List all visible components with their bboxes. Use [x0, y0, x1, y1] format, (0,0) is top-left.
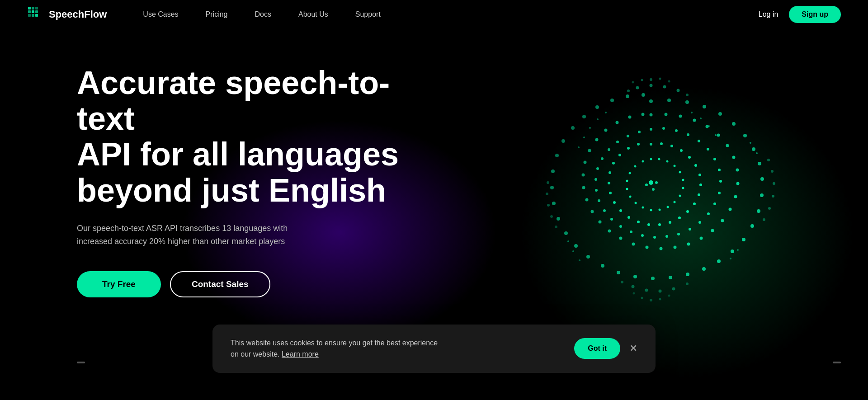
nav-use-cases[interactable]: Use Cases — [143, 10, 178, 19]
svg-point-167 — [686, 94, 689, 96]
svg-point-157 — [642, 160, 644, 163]
svg-point-60 — [711, 229, 714, 232]
svg-rect-5 — [35, 10, 38, 13]
svg-point-67 — [619, 237, 623, 240]
cookie-banner: This website uses cookies to ensure you … — [212, 325, 656, 373]
svg-point-70 — [591, 210, 594, 213]
svg-point-29 — [633, 275, 637, 278]
svg-point-32 — [586, 255, 590, 259]
logo[interactable]: SpeechFlow — [27, 6, 107, 23]
nav-links: Use Cases Pricing Docs About Us Support — [143, 10, 758, 19]
svg-point-171 — [672, 287, 675, 291]
svg-point-188 — [768, 207, 771, 210]
svg-point-182 — [668, 80, 670, 83]
try-free-button[interactable]: Try Free — [77, 271, 161, 297]
svg-point-142 — [679, 171, 681, 174]
svg-point-119 — [699, 184, 702, 186]
svg-point-202 — [597, 118, 599, 120]
svg-point-23 — [731, 249, 734, 253]
svg-point-140 — [666, 160, 669, 163]
login-button[interactable]: Log in — [759, 10, 778, 19]
svg-point-195 — [691, 112, 693, 113]
svg-point-18 — [760, 177, 764, 181]
svg-point-209 — [730, 258, 731, 259]
svg-point-111 — [638, 131, 641, 133]
svg-point-61 — [700, 237, 703, 240]
svg-point-137 — [637, 143, 640, 146]
svg-point-211 — [743, 240, 745, 241]
svg-point-82 — [662, 127, 665, 130]
svg-point-42 — [582, 115, 586, 118]
svg-point-207 — [572, 250, 574, 252]
svg-point-154 — [626, 180, 628, 182]
svg-point-86 — [707, 148, 709, 151]
svg-point-160 — [645, 184, 648, 186]
svg-rect-8 — [35, 14, 38, 17]
nav-docs[interactable]: Docs — [255, 10, 271, 19]
nav-support[interactable]: Support — [355, 10, 381, 19]
svg-point-81 — [650, 128, 652, 131]
cookie-text: This website uses cookies to ensure you … — [231, 337, 438, 360]
svg-point-76 — [595, 138, 599, 141]
svg-point-178 — [633, 292, 635, 295]
svg-point-56 — [736, 182, 740, 185]
hero-buttons: Try Free Contact Sales — [77, 271, 420, 297]
svg-point-66 — [632, 243, 635, 246]
signup-button[interactable]: Sign up — [789, 6, 841, 23]
svg-point-45 — [626, 94, 629, 98]
cookie-learn-more-link[interactable]: Learn more — [282, 350, 319, 358]
svg-point-206 — [567, 240, 569, 242]
svg-point-180 — [659, 78, 661, 80]
svg-point-16 — [752, 147, 755, 151]
svg-point-173 — [621, 281, 623, 283]
close-cookie-button[interactable]: ✕ — [629, 344, 637, 353]
svg-point-161 — [652, 188, 655, 191]
svg-point-103 — [598, 199, 600, 202]
svg-point-120 — [698, 193, 700, 196]
svg-point-136 — [627, 147, 630, 150]
svg-point-26 — [686, 273, 689, 276]
svg-point-193 — [550, 215, 553, 218]
got-it-button[interactable]: Got it — [574, 338, 620, 359]
svg-point-97 — [653, 236, 656, 239]
svg-point-33 — [574, 244, 578, 248]
contact-sales-button[interactable]: Contact Sales — [170, 271, 270, 297]
svg-point-169 — [645, 289, 648, 292]
svg-point-134 — [612, 162, 615, 165]
svg-point-58 — [729, 208, 732, 211]
svg-point-210 — [737, 249, 739, 251]
svg-point-88 — [718, 169, 721, 171]
svg-point-31 — [601, 264, 604, 268]
svg-point-126 — [647, 223, 650, 226]
svg-point-159 — [655, 181, 658, 184]
nav-about-us[interactable]: About Us — [298, 10, 328, 19]
svg-point-83 — [675, 129, 678, 132]
svg-point-39 — [555, 154, 559, 157]
svg-point-74 — [584, 161, 587, 164]
nav-actions: Log in Sign up — [759, 6, 841, 23]
svg-point-121 — [693, 202, 696, 205]
svg-point-13 — [718, 112, 722, 116]
nav-pricing[interactable]: Pricing — [206, 10, 228, 19]
svg-point-80 — [642, 113, 645, 116]
svg-point-17 — [758, 162, 761, 165]
svg-point-179 — [650, 78, 652, 81]
svg-point-197 — [708, 125, 710, 127]
svg-point-28 — [651, 277, 655, 280]
svg-point-176 — [641, 297, 643, 299]
svg-point-177 — [668, 295, 670, 297]
svg-point-183 — [632, 81, 634, 84]
svg-point-130 — [613, 201, 616, 204]
svg-point-98 — [641, 234, 644, 237]
svg-point-37 — [550, 186, 554, 189]
svg-rect-6 — [28, 14, 31, 17]
svg-rect-3 — [28, 10, 31, 13]
svg-point-116 — [688, 156, 691, 159]
svg-point-192 — [547, 204, 550, 207]
svg-point-99 — [630, 231, 632, 233]
svg-point-198 — [715, 134, 717, 136]
svg-point-85 — [698, 140, 700, 142]
svg-point-21 — [750, 224, 754, 228]
svg-point-47 — [650, 113, 653, 117]
svg-point-11 — [685, 100, 689, 104]
